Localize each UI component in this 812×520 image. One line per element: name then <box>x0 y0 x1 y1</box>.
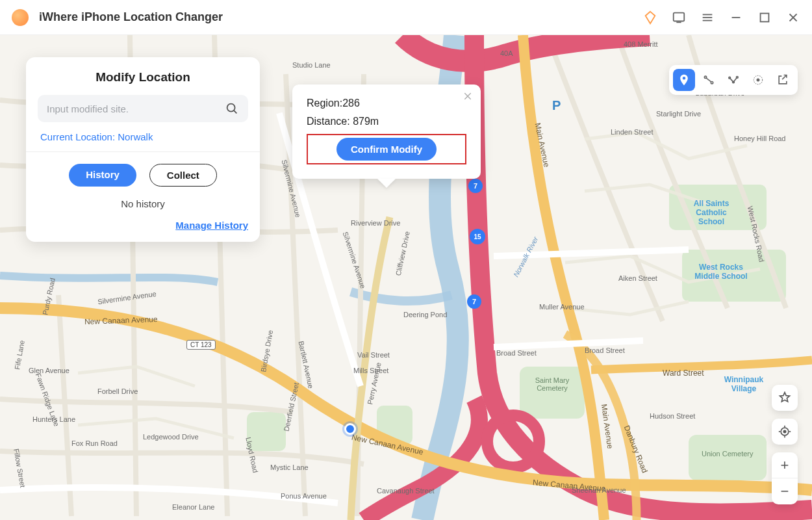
search-icon[interactable] <box>225 101 239 116</box>
street-ward: Ward Street <box>663 369 704 378</box>
street-riverview: Riverview Drive <box>351 219 400 227</box>
window-maximize-icon[interactable] <box>757 10 772 25</box>
street-ledgewood: Ledgewood Drive <box>143 433 199 441</box>
panel-tabs: History Collect <box>38 164 248 187</box>
svg-rect-5 <box>761 13 769 21</box>
street-forbell: Forbell Drive <box>97 387 138 395</box>
svg-point-32 <box>757 79 759 81</box>
panel-divider <box>26 151 260 152</box>
window-minimize-icon[interactable] <box>729 10 743 25</box>
poi-west-rocks-ms: West Rocks Middle School <box>689 263 754 281</box>
svg-point-26 <box>704 76 706 78</box>
poi-winnipauk: Winnipauk Village <box>715 375 773 393</box>
search-input[interactable] <box>47 103 225 114</box>
street-glen: Glen Avenue <box>29 367 70 374</box>
recenter-button[interactable] <box>772 419 798 445</box>
street-honeyhill: Honey Hill Road <box>734 135 785 142</box>
svg-point-27 <box>711 82 713 84</box>
popup-region-label: Region: <box>307 98 342 109</box>
svg-text:7: 7 <box>474 182 477 190</box>
zoom-out-button[interactable]: − <box>772 478 798 504</box>
street-linden: Linden Street <box>611 128 653 136</box>
parking-icon: P <box>552 98 561 113</box>
mode-teleport-icon[interactable] <box>673 69 695 91</box>
manage-history-link[interactable]: Manage History <box>175 220 248 231</box>
mode-multi-spot-icon[interactable] <box>722 69 744 91</box>
panel-title: Modify Location <box>38 70 248 84</box>
street-aiken: Aiken Street <box>618 274 657 282</box>
street-sheehan: Sheehan Avenue <box>572 486 626 494</box>
street-vail: Vail Street <box>357 351 390 359</box>
poi-saint-mary: Saint Mary Cemetery <box>526 376 578 392</box>
popup-distance-label: Distance: <box>307 116 353 127</box>
popup-distance-row: Distance: 879m <box>307 116 466 127</box>
titlebar-right <box>643 10 800 25</box>
street-foxrun: Fox Run Road <box>71 439 118 447</box>
mode-joystick-icon[interactable] <box>747 69 769 91</box>
map-controls: + − <box>772 385 798 504</box>
popup-region-row: Region:286 <box>307 98 466 109</box>
current-location-label: Current Location: <box>40 131 118 142</box>
street-broad-2: Broad Street <box>585 346 625 354</box>
street-starlight: Starlight Drive <box>656 110 701 118</box>
menu-icon[interactable] <box>700 10 715 25</box>
search-box[interactable] <box>38 95 248 122</box>
svg-line-23 <box>234 110 236 113</box>
mode-export-icon[interactable] <box>772 69 794 91</box>
current-position-dot <box>344 423 356 435</box>
svg-rect-9 <box>520 367 585 419</box>
street-muller: Muller Avenue <box>539 303 585 311</box>
street-merritt: 408 Merritt <box>624 40 658 48</box>
tab-collect[interactable]: Collect <box>149 164 217 187</box>
confirm-highlight-frame: Confirm Modify <box>307 134 466 164</box>
titlebar: iWhere iPhone Location Changer <box>0 0 812 35</box>
zoom-control: + − <box>772 452 798 504</box>
current-location-row[interactable]: Current Location: Norwalk <box>38 131 248 142</box>
popup-close-icon[interactable] <box>463 91 473 101</box>
history-empty: No history <box>38 198 248 209</box>
street-studio: Studio Lane <box>292 61 331 69</box>
mode-toolbar <box>669 65 798 95</box>
poi-union-cem: Union Cemetery <box>702 450 753 458</box>
street-cavanaugh: Cavanaugh Street <box>377 487 435 495</box>
mode-two-spot-icon[interactable] <box>698 69 720 91</box>
app-title: iWhere iPhone Location Changer <box>39 10 223 24</box>
popup-region-value: 286 <box>342 98 360 109</box>
location-popup: Region:286 Distance: 879m Confirm Modify <box>292 84 481 179</box>
favorite-button[interactable] <box>772 385 798 411</box>
confirm-modify-button[interactable]: Confirm Modify <box>336 138 437 161</box>
popup-tail <box>377 179 396 188</box>
window-close-icon[interactable] <box>786 10 800 25</box>
svg-rect-0 <box>674 12 685 21</box>
street-eleanor: Eleanor Lane <box>172 503 214 511</box>
street-40a: 40A <box>500 49 513 57</box>
label-deering: Deering Pond <box>403 311 447 318</box>
svg-point-22 <box>227 104 235 112</box>
app-logo <box>12 9 29 26</box>
route-shield-ct123: CT 123 <box>186 340 216 350</box>
premium-icon[interactable] <box>643 10 657 25</box>
poi-all-saints: All Saints Catholic School <box>682 199 741 226</box>
modify-location-panel: Modify Location Current Location: Norwal… <box>26 57 260 242</box>
svg-point-34 <box>783 430 785 432</box>
zoom-in-button[interactable]: + <box>772 452 798 478</box>
street-mystic: Mystic Lane <box>270 463 309 471</box>
tab-history[interactable]: History <box>69 164 136 187</box>
current-location-value: Norwalk <box>118 131 153 142</box>
street-ponus: Ponus Avenue <box>281 492 327 500</box>
svg-rect-10 <box>689 435 767 480</box>
street-hunters: Hunters Lane <box>32 415 75 423</box>
feedback-icon[interactable] <box>672 10 686 25</box>
popup-distance-value: 879m <box>353 116 379 127</box>
street-broad-1: Broad Street <box>496 349 537 357</box>
svg-text:15: 15 <box>474 233 481 240</box>
street-hudson: Hudson Street <box>650 412 695 420</box>
street-mills: Mills Street <box>353 367 388 374</box>
svg-text:7: 7 <box>472 298 476 306</box>
